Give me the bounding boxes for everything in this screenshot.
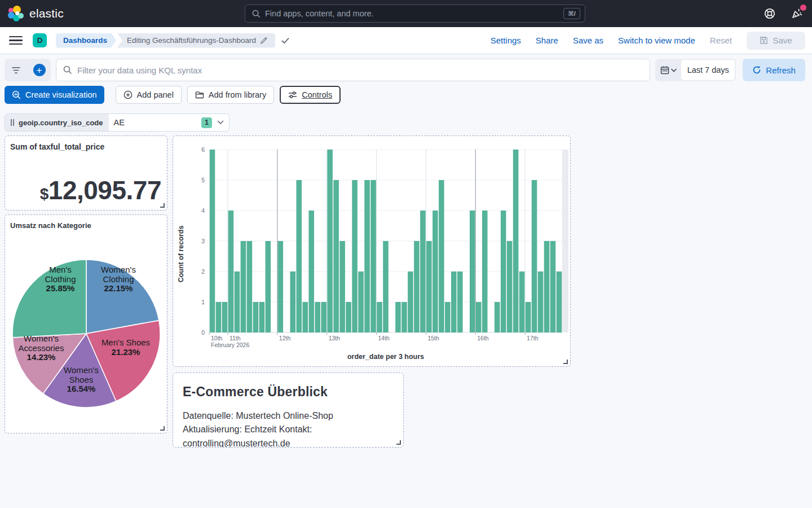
bar[interactable] [426,241,432,332]
resize-handle[interactable] [160,426,165,431]
time-range-value[interactable]: Last 7 days [681,60,735,80]
bar[interactable] [538,271,544,332]
create-visualization-button[interactable]: Create visualization [5,86,104,104]
time-picker-menu-button[interactable] [655,65,681,75]
resize-handle[interactable] [396,440,401,445]
bar[interactable] [544,241,550,332]
metric-panel[interactable]: Sum of taxful_total_price $12,095.77 [5,135,167,211]
bar[interactable] [526,302,531,332]
bar[interactable] [228,211,234,332]
bar[interactable] [451,271,457,332]
bar[interactable] [495,302,500,332]
bar[interactable] [235,271,240,332]
bar[interactable] [241,241,246,332]
menu-button[interactable] [9,34,23,47]
bar[interactable] [352,180,358,332]
bar[interactable] [339,241,345,332]
pie-slice-label: 16.54% [67,384,96,393]
bar[interactable] [408,271,413,332]
pie-chart-svg[interactable]: Women'sClothing22.15%Men's Shoes21.23%Wo… [5,229,168,430]
global-search[interactable]: ⌘/ [245,5,585,23]
bar[interactable] [302,302,308,332]
bar[interactable] [420,211,426,332]
bar[interactable] [507,241,513,332]
pie-panel-title: Umsatz nach Kategorie [5,215,167,230]
bar[interactable] [370,180,376,332]
pie-slice-label: Clothing [45,274,76,284]
bar[interactable] [327,150,333,332]
control-group-country: geoip.country_iso_code AE 1 [5,113,230,132]
space-avatar[interactable]: D [33,33,47,47]
add-panel-button[interactable]: Add panel [116,86,182,104]
bar[interactable] [222,302,228,332]
logo-text: elastic [29,7,64,20]
bar[interactable] [259,302,265,332]
switch-to-view-mode-link[interactable]: Switch to view mode [618,36,695,45]
bar-chart-panel[interactable]: 012345610th11th12th13th14th15th16th17th … [173,135,571,367]
breadcrumb-current[interactable]: Editing Geschäftsführungs-Dashboard [117,33,275,48]
pie-slice-label: 25.85% [46,283,75,293]
check-icon [281,36,290,45]
filter-menu-button[interactable] [5,59,28,81]
bar[interactable] [321,302,326,332]
bar[interactable] [216,302,222,332]
bar[interactable] [315,302,320,332]
elastic-logo[interactable]: elastic [0,6,113,21]
share-link[interactable]: Share [536,36,558,45]
control-drag-handle[interactable]: geoip.country_iso_code [5,114,109,131]
help-icon[interactable] [762,6,777,21]
bar[interactable] [377,302,382,332]
text-panel[interactable]: E-Commerce Überblick Datenquelle: Muster… [173,373,404,448]
bar[interactable] [519,271,525,332]
pie-panel[interactable]: Umsatz nach Kategorie Women'sClothing22.… [5,214,167,433]
bar[interactable] [346,302,351,332]
save-button[interactable]: Save [747,32,805,50]
bar[interactable] [364,180,370,332]
bar[interactable] [513,150,519,332]
bar[interactable] [501,211,506,332]
bar[interactable] [457,271,463,332]
text-panel-line1: Datenquelle: Mustertech Online-Shop [183,409,394,423]
kql-filter-box[interactable] [56,59,650,81]
bar[interactable] [557,271,562,332]
bar[interactable] [395,302,401,332]
bar-chart-svg[interactable]: 012345610th11th12th13th14th15th16th17th [173,136,570,351]
bar[interactable] [482,211,488,332]
add-from-library-button[interactable]: Add from library [187,86,274,104]
resize-handle[interactable] [160,203,165,208]
breadcrumb-dashboards[interactable]: Dashboards [56,33,116,48]
global-search-input[interactable] [265,9,563,18]
bar[interactable] [532,180,537,332]
bar[interactable] [278,241,284,332]
pie-slice-label: Men's [49,265,72,274]
resize-handle[interactable] [563,360,568,364]
bar[interactable] [253,302,259,332]
save-as-link[interactable]: Save as [573,36,603,45]
settings-link[interactable]: Settings [491,36,521,45]
bar[interactable] [247,241,253,332]
bar[interactable] [401,302,407,332]
refresh-button[interactable]: Refresh [743,59,805,81]
nav-bar: D Dashboards Editing Geschäftsführungs-D… [0,27,812,54]
bar[interactable] [333,180,339,332]
bar[interactable] [433,211,438,332]
bar[interactable] [290,271,295,332]
add-filter-button[interactable]: + [28,59,51,81]
bar[interactable] [476,302,482,332]
controls-button[interactable]: Controls [280,86,341,104]
kql-filter-input[interactable] [77,65,643,75]
bar[interactable] [414,241,420,332]
bar[interactable] [550,241,556,332]
bar[interactable] [358,271,364,332]
control-value-selector[interactable]: AE 1 [109,117,229,128]
bar[interactable] [445,302,451,332]
bar[interactable] [383,241,389,332]
bar[interactable] [266,241,271,332]
bar[interactable] [296,180,302,332]
bar[interactable] [308,211,314,332]
reset-link[interactable]: Reset [710,36,732,45]
bar[interactable] [439,180,444,332]
bar[interactable] [470,211,475,332]
bar[interactable] [210,150,215,332]
news-icon[interactable] [789,6,804,21]
